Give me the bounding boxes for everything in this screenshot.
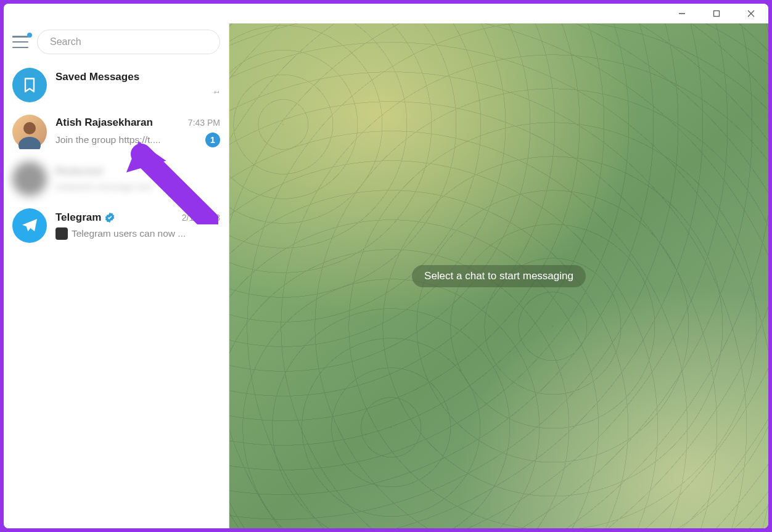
sidebar: Search Saved Messages <box>4 23 229 528</box>
close-button[interactable] <box>739 5 763 22</box>
empty-state-message: Select a chat to start messaging <box>412 265 586 287</box>
chat-name: Saved Messages <box>55 71 139 83</box>
chat-item-telegram[interactable]: Telegram 2/10/2023 Telegr <box>4 202 229 249</box>
chat-preview: Telegram users can now ... <box>55 227 220 240</box>
chat-content: Redacted redacted message text <box>55 162 220 196</box>
chat-content: Atish Rajasekharan 7:43 PM Join the grou… <box>55 115 220 149</box>
telegram-icon <box>20 216 39 235</box>
chat-preview: Join the group https://t.... <box>55 134 205 145</box>
chat-name: Telegram <box>55 211 115 224</box>
preview-thumbnail <box>55 227 68 240</box>
chat-item-saved-messages[interactable]: Saved Messages <box>4 62 229 108</box>
chat-time: 7:43 PM <box>188 118 220 128</box>
pin-icon <box>210 87 220 99</box>
app-window: Search Saved Messages <box>4 4 768 528</box>
chat-item-atish[interactable]: Atish Rajasekharan 7:43 PM Join the grou… <box>4 108 229 155</box>
chat-preview: redacted message text <box>55 181 220 192</box>
notification-dot-icon <box>27 33 32 38</box>
verified-icon <box>104 212 115 223</box>
chat-name: Redacted <box>55 165 103 178</box>
svg-point-5 <box>18 137 41 149</box>
titlebar <box>4 4 768 23</box>
app-body: Search Saved Messages <box>4 23 768 528</box>
main-area: Select a chat to start messaging <box>229 23 768 528</box>
chat-time: 2/10/2023 <box>182 213 220 223</box>
maximize-button[interactable] <box>704 5 729 22</box>
chat-content: Telegram 2/10/2023 Telegr <box>55 208 220 243</box>
avatar <box>12 115 47 149</box>
chat-name-text: Telegram <box>55 211 101 224</box>
svg-point-4 <box>23 122 36 134</box>
chat-item-redacted[interactable]: Redacted redacted message text <box>4 155 229 202</box>
chat-list[interactable]: Saved Messages <box>4 62 229 528</box>
chat-preview-text: Telegram users can now ... <box>72 228 186 239</box>
search-input[interactable]: Search <box>37 30 220 54</box>
svg-rect-1 <box>714 11 720 17</box>
avatar <box>12 208 47 243</box>
menu-button[interactable] <box>12 36 28 48</box>
sidebar-top: Search <box>4 23 229 62</box>
chat-content: Saved Messages <box>55 68 220 102</box>
unread-badge: 1 <box>205 133 220 147</box>
avatar <box>12 68 47 102</box>
minimize-button[interactable] <box>670 5 694 22</box>
avatar <box>12 162 47 196</box>
bookmark-icon <box>21 76 38 94</box>
chat-name: Atish Rajasekharan <box>55 117 153 129</box>
